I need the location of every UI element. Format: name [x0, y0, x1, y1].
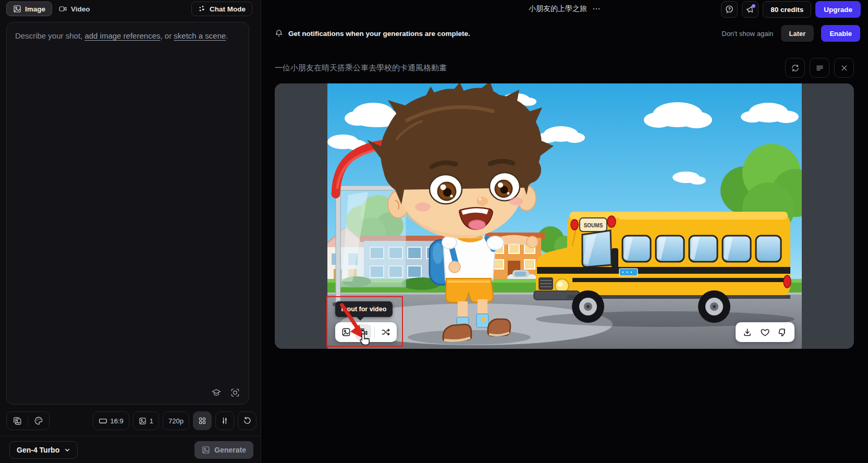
image-actions-left: [335, 322, 397, 342]
variations-shuffle-button[interactable]: [378, 324, 394, 340]
use-as-video-input-button[interactable]: [356, 324, 371, 340]
sparkle-icon: [198, 5, 206, 13]
generated-image[interactable]: SOUMS: [327, 83, 802, 349]
thumbs-down-button[interactable]: [778, 327, 788, 337]
media-tools-group: [6, 411, 50, 430]
generation-header: 一位小朋友在晴天搭乘公車去學校的卡通風格動畫: [275, 57, 854, 78]
prompt-input[interactable]: Describe your shot, add image references…: [6, 22, 249, 405]
resolution-button[interactable]: 720p: [163, 411, 189, 430]
main-area: 小朋友的上學之旅 80 credits Upgrade: [261, 0, 868, 463]
panel-bottom-bar: Gen-4 Turbo Generate: [0, 436, 261, 463]
generate-button[interactable]: Generate: [194, 441, 253, 459]
tooltip-label: Input for video: [341, 306, 387, 313]
help-icon: [725, 5, 734, 14]
app-window: Image Video Chat Mode Describe your shot…: [0, 0, 868, 463]
generation-card: SOUMS: [275, 83, 854, 349]
aspect-ratio-button[interactable]: 16:9: [93, 411, 129, 430]
reset-button[interactable]: [238, 411, 256, 430]
chevron-down-icon: [64, 447, 70, 453]
feed-view-button[interactable]: [810, 58, 829, 78]
image-icon: [13, 5, 21, 13]
session-title[interactable]: 小朋友的上學之旅: [529, 4, 587, 14]
screenshot-camera-icon[interactable]: [230, 387, 240, 398]
list-icon: [815, 64, 824, 72]
palette-icon[interactable]: [34, 416, 43, 425]
reset-icon: [243, 417, 251, 425]
top-actions: 80 credits Upgrade: [721, 1, 861, 18]
bus-wheel-front: [572, 290, 604, 323]
tooltip: Input for video: [335, 301, 393, 317]
sliders-icon: [221, 417, 229, 425]
chat-mode-button[interactable]: Chat Mode: [191, 2, 252, 16]
add-image-references-link[interactable]: add image references: [84, 31, 160, 40]
favorite-heart-button[interactable]: [760, 327, 770, 337]
credits-label: 80 credits: [771, 6, 803, 14]
close-button[interactable]: [834, 58, 854, 78]
video-icon: [58, 5, 67, 13]
resolution-value: 720p: [168, 417, 184, 425]
image-icon: [139, 417, 146, 425]
image-actions-right: [736, 322, 794, 342]
tab-image[interactable]: Image: [6, 2, 52, 16]
tab-video[interactable]: Video: [52, 2, 96, 16]
placeholder-text: , or: [160, 31, 174, 40]
bus-sign: SOUMS: [583, 223, 603, 228]
aspect-ratio-value: 16:9: [111, 417, 124, 425]
tab-video-label: Video: [71, 5, 90, 13]
grid-view-button[interactable]: [193, 411, 212, 430]
image-icon: [202, 446, 210, 454]
generation-controls: 16:9 1 720p: [6, 411, 256, 431]
use-as-image-input-button[interactable]: [338, 324, 354, 340]
image-count-button[interactable]: 1: [133, 411, 159, 430]
model-name: Gen-4 Turbo: [17, 446, 59, 454]
help-button[interactable]: [721, 1, 738, 18]
image-stack-icon[interactable]: [13, 416, 22, 425]
chat-mode-label: Chat Mode: [210, 5, 246, 13]
announcements-button[interactable]: [742, 1, 759, 18]
tab-image-label: Image: [25, 5, 45, 13]
credits-button[interactable]: 80 credits: [763, 1, 811, 18]
download-button[interactable]: [742, 327, 752, 337]
rerun-button[interactable]: [785, 58, 805, 78]
dont-show-again-link[interactable]: Don't show again: [722, 30, 773, 38]
generation-prompt: 一位小朋友在晴天搭乘公車去學校的卡通風格動畫: [275, 63, 447, 73]
model-selector[interactable]: Gen-4 Turbo: [9, 441, 78, 459]
upgrade-button[interactable]: Upgrade: [815, 1, 861, 18]
title-menu-icon[interactable]: [592, 5, 601, 13]
later-button[interactable]: Later: [781, 25, 814, 42]
close-icon: [840, 64, 848, 72]
left-panel: Image Video Chat Mode Describe your shot…: [0, 0, 261, 463]
sketch-a-scene-link[interactable]: sketch a scene: [174, 31, 226, 40]
bus-wheel-rear: [698, 290, 730, 323]
advanced-settings-button[interactable]: [215, 411, 234, 430]
notification-message: Get notifications when your generations …: [288, 30, 470, 38]
learn-cap-icon[interactable]: [211, 387, 222, 398]
upgrade-label: Upgrade: [824, 6, 852, 14]
settings-buttons: 16:9 1 720p: [93, 411, 256, 430]
generate-label: Generate: [214, 446, 246, 454]
landscape-ratio-icon: [99, 417, 107, 424]
bell-icon: [275, 29, 283, 38]
bus-windows: [622, 236, 781, 262]
rerun-icon: [791, 64, 800, 72]
placeholder-text: .: [226, 31, 228, 40]
image-count-value: 1: [150, 417, 153, 425]
cartoon-scene: SOUMS: [327, 83, 802, 349]
placeholder-text: Describe your shot,: [15, 31, 84, 40]
enable-button[interactable]: Enable: [821, 25, 860, 42]
notification-banner: Get notifications when your generations …: [261, 25, 868, 42]
prompt-placeholder: Describe your shot, add image references…: [15, 30, 240, 41]
grid-icon: [198, 417, 206, 425]
